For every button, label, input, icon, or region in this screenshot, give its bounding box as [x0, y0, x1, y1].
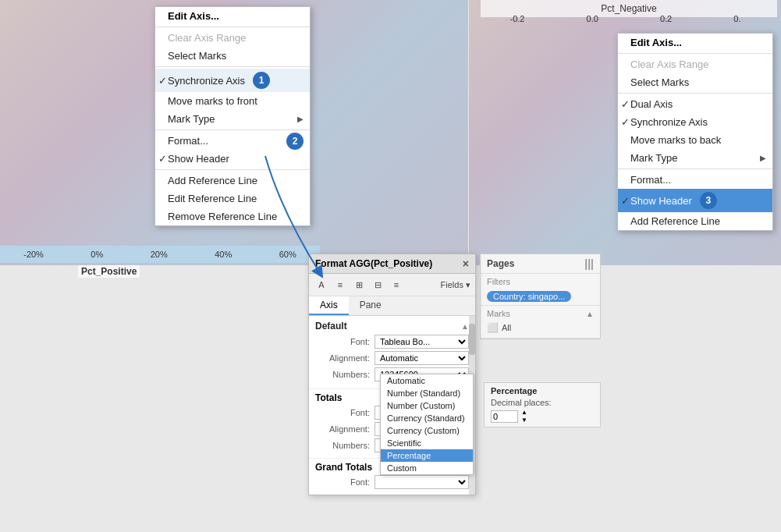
axis-values-right: -0.2 0.0 0.2 0. — [479, 14, 772, 23]
right-menu-mark-type[interactable]: Mark Type — [618, 149, 772, 167]
right-menu-dual-axis[interactable]: Dual Axis — [618, 95, 772, 113]
panel-scrollbar-thumb[interactable] — [469, 324, 475, 355]
right-menu-move-marks-back[interactable]: Move marks to back — [618, 131, 772, 149]
right-menu-select-marks[interactable]: Select Marks — [618, 73, 772, 91]
format-panel-title: Format AGG(Pct_Positive) — [315, 258, 432, 269]
marks-header: Marks ▲ — [487, 309, 594, 318]
dd-item-number-custom[interactable]: Number (Custom) — [381, 399, 473, 412]
decimal-down-icon[interactable]: ▼ — [521, 417, 527, 424]
pages-header: Pages ||| — [481, 254, 600, 274]
dd-item-number-standard[interactable]: Number (Standard) — [381, 387, 473, 399]
decimal-spinner[interactable]: ▲ ▼ — [521, 409, 527, 424]
decimal-places-label: Decimal places: — [491, 398, 552, 407]
left-menu-move-marks-front[interactable]: Move marks to front — [155, 92, 310, 110]
totals-alignment-label: Alignment: — [315, 424, 370, 434]
toolbar-font-icon[interactable]: A — [314, 277, 329, 293]
right-menu-edit-axis[interactable]: Edit Axis... — [618, 34, 772, 51]
decimal-places-row: Decimal places: — [491, 398, 594, 407]
left-menu-mark-type[interactable]: Mark Type — [155, 110, 310, 128]
alignment-select[interactable]: Automatic — [375, 351, 469, 365]
dd-item-automatic[interactable]: Automatic — [381, 374, 473, 387]
left-menu-divider-1 — [155, 27, 310, 27]
totals-numbers-label: Numbers: — [315, 441, 370, 450]
left-menu-sync-axis[interactable]: Synchronize Axis 1 — [155, 69, 310, 92]
right-context-menu: Edit Axis... Clear Axis Range Select Mar… — [617, 33, 773, 231]
format-panel-close[interactable]: × — [463, 257, 469, 270]
right-side-panel: Pages ||| Filters Country: singapo... Ma… — [480, 254, 601, 339]
badge-2: 2 — [286, 133, 304, 150]
badge-1: 1 — [253, 72, 270, 89]
tab-pane[interactable]: Pane — [349, 296, 392, 315]
left-menu-add-ref-line[interactable]: Add Reference Line — [155, 172, 310, 190]
alignment-row: Alignment: Automatic — [315, 351, 469, 365]
left-menu-select-marks[interactable]: Select Marks — [155, 47, 310, 65]
chart-title-right: Pct_Negative — [601, 3, 656, 14]
left-menu-show-header[interactable]: Show Header — [155, 150, 310, 168]
right-menu-format[interactable]: Format... — [618, 171, 772, 189]
numbers-dropdown: Automatic Number (Standard) Number (Cust… — [380, 374, 474, 475]
decimal-places-input[interactable] — [491, 410, 518, 423]
left-menu-edit-axis[interactable]: Edit Axis... — [155, 7, 310, 25]
dd-item-custom[interactable]: Custom — [381, 462, 473, 474]
default-section-title: Default ▲ — [315, 321, 469, 332]
format-panel-toolbar: A ≡ ⊞ ⊟ ≡ Fields ▾ — [309, 274, 475, 296]
axis-label-20: 20% — [151, 250, 168, 259]
pct-positive-label: Pct_Positive — [78, 265, 140, 278]
axis-val-0: -0.2 — [510, 14, 525, 23]
decimal-up-icon[interactable]: ▲ — [521, 409, 527, 416]
font-select[interactable]: Tableau Bo... — [375, 335, 469, 349]
alignment-label: Alignment: — [315, 353, 370, 363]
toolbar-lines-icon[interactable]: ≡ — [332, 277, 348, 293]
toolbar-minus-icon[interactable]: ⊟ — [370, 277, 385, 293]
marks-section: Marks ▲ ⬜ All — [481, 306, 600, 339]
axis-label-neg20: -20% — [23, 250, 44, 259]
right-menu-divider-1 — [618, 53, 772, 54]
left-menu-format[interactable]: Format... 2 — [155, 132, 310, 150]
numbers-label: Numbers: — [315, 370, 370, 379]
decimal-input-row: ▲ ▼ — [491, 409, 594, 424]
dd-item-currency-standard[interactable]: Currency (Standard) — [381, 412, 473, 424]
axis-val-1: 0.0 — [587, 14, 598, 23]
dd-item-percentage[interactable]: Percentage — [381, 449, 473, 462]
marks-chart-icon: ⬜ — [487, 322, 499, 333]
right-menu-sync-axis[interactable]: Synchronize Axis — [618, 113, 772, 131]
axis-label-60: 60% — [279, 250, 296, 259]
right-menu-clear-axis-range: Clear Axis Range — [618, 55, 772, 73]
marks-all-row: ⬜ All — [487, 321, 594, 335]
grand-totals-font-select[interactable] — [375, 475, 469, 489]
right-menu-divider-2 — [618, 93, 772, 94]
marks-scroll-icon: ▲ — [586, 310, 594, 318]
filters-title: Filters — [487, 277, 594, 286]
toolbar-grid-icon[interactable]: ⊞ — [351, 277, 367, 293]
dd-item-scientific[interactable]: Scientific — [381, 437, 473, 449]
totals-font-label: Font: — [315, 408, 370, 417]
font-row: Font: Tableau Bo... — [315, 335, 469, 349]
badge-3: 3 — [700, 192, 717, 209]
tab-axis[interactable]: Axis — [309, 296, 349, 315]
font-label: Font: — [315, 337, 370, 346]
scroll-up-icon: ▲ — [461, 322, 469, 331]
toolbar-align-icon[interactable]: ≡ — [389, 277, 404, 293]
right-menu-add-ref-line[interactable]: Add Reference Line — [618, 212, 772, 230]
panel-collapse-icon[interactable]: ||| — [584, 257, 594, 270]
format-panel-header: Format AGG(Pct_Positive) × — [309, 254, 475, 274]
left-menu-divider-4 — [155, 169, 310, 170]
left-menu-divider-3 — [155, 129, 310, 130]
marks-all-label: All — [502, 323, 511, 332]
filter-badge[interactable]: Country: singapo... — [487, 291, 571, 302]
grand-totals-font-label: Font: — [315, 477, 370, 487]
left-menu-remove-ref-line[interactable]: Remove Reference Line — [155, 207, 310, 225]
percentage-info-panel: Percentage Decimal places: ▲ ▼ — [484, 382, 601, 427]
left-context-menu: Edit Axis... Clear Axis Range Select Mar… — [154, 6, 311, 226]
filters-section: Filters Country: singapo... — [481, 274, 600, 306]
fields-button[interactable]: Fields ▾ — [441, 280, 470, 290]
axis-label-40: 40% — [215, 250, 232, 259]
axis-bar-left: -20% 0% 20% 40% 60% — [0, 246, 320, 263]
left-menu-edit-ref-line[interactable]: Edit Reference Line — [155, 190, 310, 207]
dd-item-currency-custom[interactable]: Currency (Custom) — [381, 424, 473, 437]
format-tabs: Axis Pane — [309, 296, 475, 316]
left-menu-clear-axis-range: Clear Axis Range — [155, 29, 310, 47]
right-menu-show-header[interactable]: Show Header 3 — [618, 189, 772, 212]
left-menu-divider-2 — [155, 66, 310, 67]
axis-val-3: 0. — [733, 14, 740, 23]
